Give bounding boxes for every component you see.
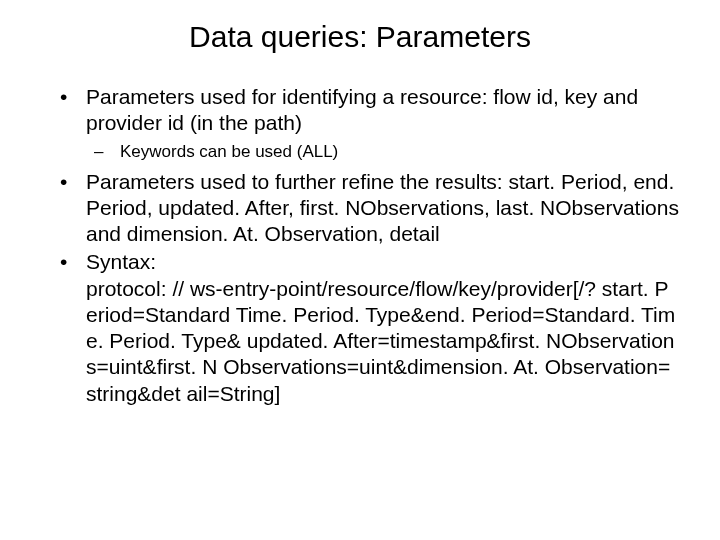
sub-bullet-item: – Keywords can be used (ALL) [94,141,680,163]
bullet-text: Parameters used for identifying a resour… [86,84,680,137]
sub-bullet-marker: – [94,141,120,163]
slide-content: • Parameters used for identifying a reso… [40,84,680,407]
bullet-item: • Parameters used to further refine the … [60,169,680,248]
syntax-label: Syntax: [86,250,156,273]
bullet-item: • Syntax: protocol: // ws-entry-point/re… [60,249,680,407]
slide-title: Data queries: Parameters [80,20,640,54]
bullet-marker: • [60,84,86,137]
sub-bullet-text: Keywords can be used (ALL) [120,141,680,163]
syntax-text: protocol: // ws-entry-point/resource/flo… [86,277,675,405]
bullet-text: Syntax: protocol: // ws-entry-point/reso… [86,249,680,407]
bullet-item: • Parameters used for identifying a reso… [60,84,680,137]
bullet-text: Parameters used to further refine the re… [86,169,680,248]
bullet-marker: • [60,249,86,407]
bullet-marker: • [60,169,86,248]
